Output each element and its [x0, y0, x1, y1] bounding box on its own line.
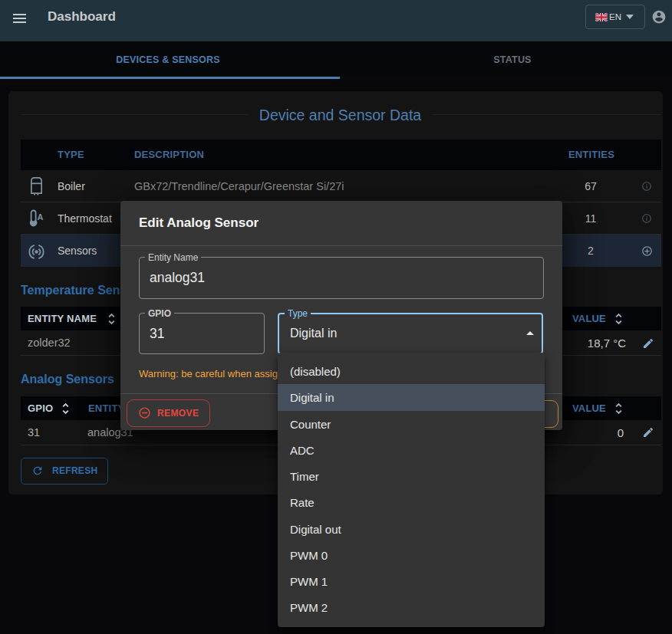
svg-text:A: A [38, 212, 44, 222]
